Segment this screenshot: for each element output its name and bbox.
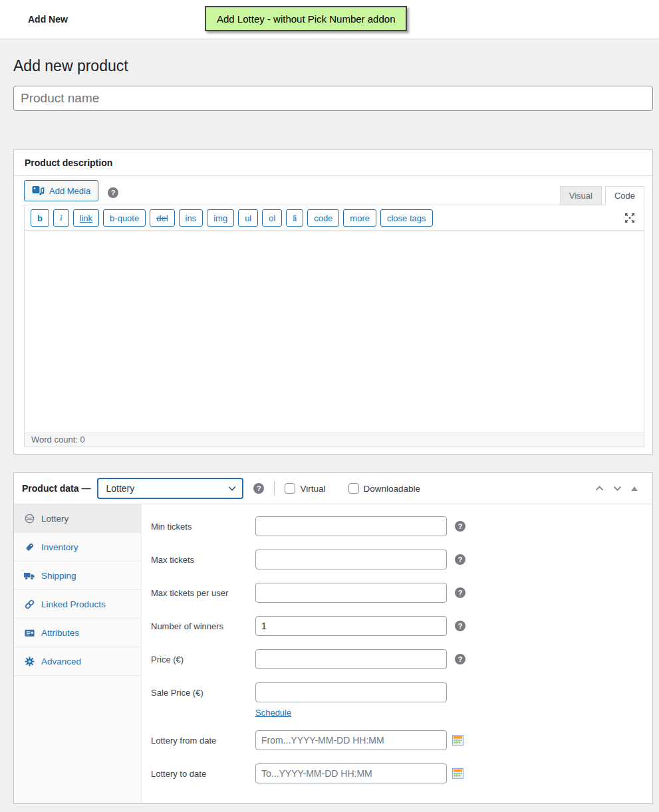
number-of-winners-help-icon[interactable] [455,621,465,631]
add-media-button[interactable]: Add Media [24,180,98,201]
tag-icon [23,542,35,553]
bold-button[interactable]: b [31,209,49,227]
product-description-panel: Product description [13,150,653,455]
price-input[interactable] [255,649,447,669]
text-editor: b i link b-quote del ins img ul ol li co… [24,205,644,447]
tab-advanced-label: Advanced [41,657,81,666]
downloadable-checkbox[interactable] [348,483,359,494]
page-title: Add new product [13,57,653,75]
description-textarea[interactable] [25,230,644,433]
min-tickets-label: Min tickets [151,522,255,532]
product-type-help-icon[interactable] [253,483,264,494]
blockquote-button[interactable]: b-quote [103,209,146,227]
tab-lottery[interactable]: Lottery [14,504,141,533]
description-help-icon[interactable] [108,187,118,198]
ol-button[interactable]: ol [262,209,282,227]
price-help-icon[interactable] [455,654,465,664]
product-data-tabs: Lottery Inventory [14,504,142,803]
lottery-to-date-label: Lottery to date [151,769,255,779]
add-media-label: Add Media [49,186,90,196]
code-button[interactable]: code [307,209,339,227]
price-label: Price (€) [151,655,255,664]
tab-visual[interactable]: Visual [560,186,602,205]
virtual-label: Virtual [300,484,325,494]
lottery-to-date-input[interactable] [255,763,447,783]
gear-icon [23,656,35,667]
fullscreen-icon[interactable] [624,212,636,224]
product-type-select[interactable]: Lottery [97,478,243,499]
tab-inventory[interactable]: Inventory [14,533,141,561]
tab-linked-products[interactable]: Linked Products [14,590,141,619]
number-of-winners-input[interactable] [255,616,447,636]
collapse-toggle-icon[interactable] [631,486,638,491]
max-tickets-input[interactable] [255,550,447,569]
ul-button[interactable]: ul [238,209,258,227]
tab-linked-products-label: Linked Products [41,599,106,609]
annotation-callout: Add Lottey - without Pick Number addon [205,6,407,31]
word-count: Word count: 0 [25,433,644,447]
product-data-title: Product data — [22,483,90,494]
page-breadcrumb-title: Add New [28,14,68,25]
admin-topbar: Add New Add Lottey - without Pick Number… [0,0,659,39]
lottery-from-date-input[interactable] [255,730,447,750]
link-button[interactable]: link [73,209,100,227]
chevron-down-icon [228,486,236,491]
quicktags-toolbar: b i link b-quote del ins img ul ol li co… [25,205,644,230]
lottery-ball-icon [23,513,35,524]
li-button[interactable]: li [286,209,303,227]
close-tags-button[interactable]: close tags [380,209,433,227]
min-tickets-input[interactable] [255,516,447,536]
tab-attributes[interactable]: Attributes [14,619,141,647]
tab-shipping-label: Shipping [41,571,76,581]
tab-advanced[interactable]: Advanced [14,647,141,676]
divider [274,481,275,496]
lottery-from-date-label: Lottery from date [151,736,255,746]
virtual-checkbox-label[interactable]: Virtual [285,483,325,494]
product-type-value: Lottery [106,483,134,494]
lottery-options-form: Min tickets Max tickets Max tickets per … [142,504,652,803]
tab-shipping[interactable]: Shipping [14,561,141,590]
move-down-icon[interactable] [613,486,622,491]
truck-icon [23,570,35,581]
max-tickets-label: Max tickets [151,555,255,565]
max-tickets-per-user-help-icon[interactable] [455,587,465,598]
virtual-checkbox[interactable] [285,483,295,494]
product-data-panel: Product data — Lottery Virtual Downloada… [13,472,653,804]
attributes-card-icon [23,627,35,639]
max-tickets-per-user-label: Max tickets per user [151,588,255,598]
calendar-icon[interactable] [452,768,463,779]
ins-button[interactable]: ins [179,209,203,227]
link-icon [23,599,35,610]
italic-button[interactable]: i [53,209,69,227]
tab-inventory-label: Inventory [41,542,78,552]
img-button[interactable]: img [207,209,234,227]
sale-price-label: Sale Price (€) [151,688,255,698]
max-tickets-help-icon[interactable] [455,554,465,565]
product-description-title: Product description [14,150,652,176]
tab-attributes-label: Attributes [41,628,79,638]
media-icon [32,185,45,197]
schedule-link[interactable]: Schedule [255,708,291,718]
move-up-icon[interactable] [595,486,604,491]
number-of-winners-label: Number of winners [151,621,255,631]
downloadable-checkbox-label[interactable]: Downloadable [348,483,421,494]
del-button[interactable]: del [150,209,174,227]
calendar-icon[interactable] [452,735,463,746]
product-name-input[interactable] [13,86,653,111]
sale-price-input[interactable] [255,682,447,702]
more-button[interactable]: more [343,209,376,227]
max-tickets-per-user-input[interactable] [255,583,447,603]
tab-code[interactable]: Code [605,186,644,205]
min-tickets-help-icon[interactable] [455,521,465,532]
tab-lottery-label: Lottery [41,514,68,524]
downloadable-label: Downloadable [364,484,421,494]
